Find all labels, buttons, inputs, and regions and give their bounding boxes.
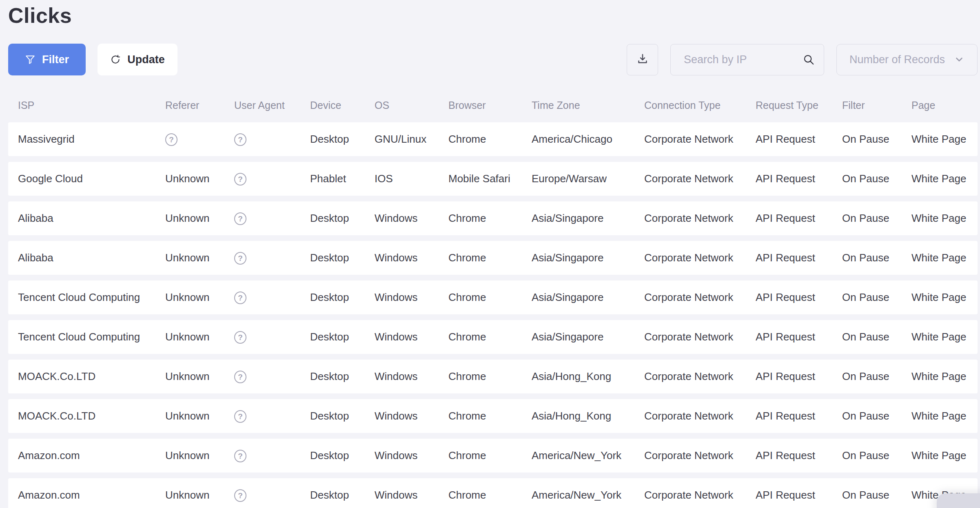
cell-referer: Unknown <box>165 212 234 225</box>
cell-filter: On Pause <box>842 449 911 462</box>
cell-page: White Page <box>911 370 978 383</box>
cell-isp: Tencent Cloud Computing <box>18 291 165 304</box>
table-body: Massivegrid ? ? Desktop GNU/Linux Chrome… <box>8 122 978 508</box>
cell-connection-type: Corporate Network <box>644 489 756 501</box>
cell-os: Windows <box>375 291 448 304</box>
cell-time-zone: Asia/Hong_Kong <box>532 410 644 422</box>
question-mark-icon[interactable]: ? <box>234 252 246 265</box>
question-mark-icon[interactable]: ? <box>234 450 246 462</box>
cell-browser: Chrome <box>448 410 532 422</box>
cell-time-zone: Asia/Singapore <box>532 212 644 225</box>
cell-request-type: API Request <box>756 489 842 501</box>
cell-user-agent: ? <box>234 409 310 423</box>
search-input[interactable] <box>671 44 824 75</box>
table-row: Amazon.com Unknown ? Desktop Windows Chr… <box>8 478 978 508</box>
cell-connection-type: Corporate Network <box>644 291 756 304</box>
cell-request-type: API Request <box>756 133 842 146</box>
question-mark-icon[interactable]: ? <box>234 371 246 383</box>
cell-request-type: API Request <box>756 449 842 462</box>
question-mark-icon[interactable]: ? <box>234 133 246 146</box>
column-header-os: OS <box>375 99 448 111</box>
column-header-referer: Referer <box>165 99 234 111</box>
search-box <box>670 44 824 75</box>
cell-isp: MOACK.Co.LTD <box>18 410 165 422</box>
cell-os: Windows <box>375 489 448 501</box>
cell-referer: Unknown <box>165 370 234 383</box>
cell-connection-type: Corporate Network <box>644 172 756 185</box>
search-icon[interactable] <box>803 53 815 66</box>
cell-time-zone: America/New_York <box>532 449 644 462</box>
column-header-request-type: Request Type <box>756 99 842 111</box>
cell-device: Phablet <box>310 172 375 185</box>
scroll-corner-widget[interactable] <box>937 493 980 508</box>
cell-browser: Chrome <box>448 370 532 383</box>
cell-os: GNU/Linux <box>375 133 448 146</box>
cell-page: White Page <box>911 331 978 343</box>
cell-page: White Page <box>911 252 978 264</box>
question-mark-icon[interactable]: ? <box>165 133 177 146</box>
cell-time-zone: Asia/Singapore <box>532 331 644 343</box>
funnel-icon <box>25 54 35 65</box>
number-of-records-dropdown[interactable]: Number of Records <box>836 44 978 75</box>
cell-browser: Chrome <box>448 449 532 462</box>
cell-referer: Unknown <box>165 291 234 304</box>
cell-os: Windows <box>375 449 448 462</box>
cell-filter: On Pause <box>842 331 911 343</box>
cell-isp: Alibaba <box>18 212 165 225</box>
cell-connection-type: Corporate Network <box>644 449 756 462</box>
cell-user-agent: ? <box>234 133 310 146</box>
records-dropdown-label: Number of Records <box>849 53 945 66</box>
cell-filter: On Pause <box>842 370 911 383</box>
cell-page: White Page <box>911 172 978 185</box>
cell-device: Desktop <box>310 252 375 264</box>
cell-device: Desktop <box>310 331 375 343</box>
cell-browser: Chrome <box>448 331 532 343</box>
cell-user-agent: ? <box>234 172 310 186</box>
cell-request-type: API Request <box>756 252 842 264</box>
cell-connection-type: Corporate Network <box>644 252 756 264</box>
cell-connection-type: Corporate Network <box>644 133 756 146</box>
download-button[interactable] <box>627 44 658 75</box>
filter-button[interactable]: Filter <box>8 44 86 75</box>
cell-device: Desktop <box>310 291 375 304</box>
table-row: Massivegrid ? ? Desktop GNU/Linux Chrome… <box>8 122 978 156</box>
cell-referer: Unknown <box>165 172 234 185</box>
cell-connection-type: Corporate Network <box>644 410 756 422</box>
cell-time-zone: Asia/Hong_Kong <box>532 370 644 383</box>
table-row: MOACK.Co.LTD Unknown ? Desktop Windows C… <box>8 360 978 393</box>
cell-request-type: API Request <box>756 172 842 185</box>
cell-isp: Amazon.com <box>18 489 165 501</box>
cell-filter: On Pause <box>842 133 911 146</box>
cell-page: White Page <box>911 449 978 462</box>
cell-isp: Massivegrid <box>18 133 165 146</box>
question-mark-icon[interactable]: ? <box>234 292 246 304</box>
table-header-row: ISP Referer User Agent Device OS Browser… <box>8 93 978 117</box>
column-header-user-agent: User Agent <box>234 99 310 111</box>
table-row: Amazon.com Unknown ? Desktop Windows Chr… <box>8 439 978 473</box>
question-mark-icon[interactable]: ? <box>234 410 246 423</box>
column-header-connection-type: Connection Type <box>644 99 756 111</box>
cell-user-agent: ? <box>234 330 310 344</box>
cell-os: Windows <box>375 331 448 343</box>
table-row: Google Cloud Unknown ? Phablet IOS Mobil… <box>8 162 978 196</box>
question-mark-icon[interactable]: ? <box>234 173 246 186</box>
cell-time-zone: Asia/Singapore <box>532 291 644 304</box>
column-header-time-zone: Time Zone <box>532 99 644 111</box>
question-mark-icon[interactable]: ? <box>234 331 246 344</box>
table-row: Tencent Cloud Computing Unknown ? Deskto… <box>8 320 978 354</box>
cell-page: White Page <box>911 212 978 225</box>
cell-page: White Page <box>911 410 978 422</box>
column-header-filter: Filter <box>842 99 911 111</box>
cell-time-zone: Asia/Singapore <box>532 252 644 264</box>
cell-request-type: API Request <box>756 370 842 383</box>
cell-device: Desktop <box>310 212 375 225</box>
filter-button-label: Filter <box>42 53 69 66</box>
cell-referer: Unknown <box>165 252 234 264</box>
question-mark-icon[interactable]: ? <box>234 489 246 502</box>
cell-connection-type: Corporate Network <box>644 212 756 225</box>
table-row: MOACK.Co.LTD Unknown ? Desktop Windows C… <box>8 399 978 433</box>
question-mark-icon[interactable]: ? <box>234 212 246 225</box>
cell-browser: Chrome <box>448 133 532 146</box>
cell-isp: Tencent Cloud Computing <box>18 331 165 343</box>
update-button[interactable]: Update <box>98 44 177 75</box>
